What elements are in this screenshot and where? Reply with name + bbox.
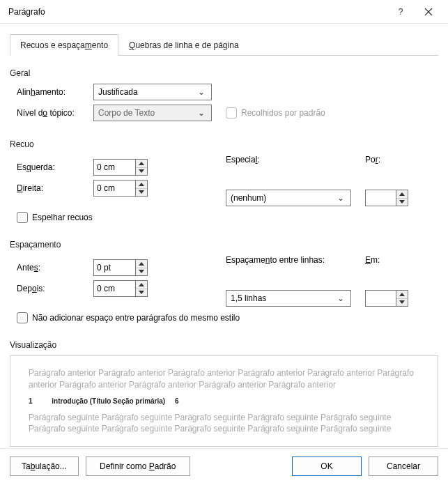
indent-by-spinner[interactable] — [365, 190, 438, 206]
spinner-up-icon[interactable] — [136, 281, 147, 289]
outline-level-value: Corpo de Texto — [98, 108, 155, 118]
indent-right-input[interactable] — [93, 180, 135, 197]
spinner-up-icon[interactable] — [136, 181, 147, 189]
outline-level-select[interactable]: Corpo de Texto ⌄ — [93, 105, 212, 121]
chevron-down-icon: ⌄ — [335, 293, 346, 303]
space-after-spinner[interactable] — [93, 280, 148, 297]
tab-indent-spacing-label: Recuos e espaçamento — [20, 40, 108, 50]
outline-level-label: Nível do tópico: — [17, 108, 93, 118]
spinner-down-icon[interactable] — [136, 168, 147, 176]
alignment-label: Alinhamento: — [17, 87, 93, 97]
spinner-up-icon[interactable] — [136, 260, 147, 268]
close-button[interactable] — [415, 0, 442, 24]
cancel-button-label: Cancelar — [387, 461, 420, 471]
group-indent-label: Recuo — [10, 139, 438, 149]
mirror-indents-checkbox[interactable] — [17, 212, 28, 223]
indent-left-label: Esquerda: — [17, 162, 93, 172]
tabs-button-label: Tabulação... — [22, 461, 67, 471]
set-default-button[interactable]: Definir como Padrão — [86, 457, 190, 476]
indent-right-label: Direita: — [17, 183, 93, 193]
dialog-footer: Tabulação... Definir como Padrão OK Canc… — [0, 448, 448, 483]
ok-button-label: OK — [320, 461, 332, 471]
cancel-button[interactable]: Cancelar — [369, 457, 438, 476]
no-add-space-label: Não adicionar espaço entre parágrafos do… — [32, 313, 240, 323]
line-spacing-label: Espaçamento entre linhas: — [226, 255, 365, 265]
space-before-label: Antes: — [17, 263, 93, 273]
line-spacing-value: 1,5 linhas — [231, 293, 266, 303]
spacing-at-label: Em: — [365, 255, 438, 265]
indent-right-spinner[interactable] — [93, 180, 148, 197]
preview-sample-text: 1 introdução (Título Seção primária) 6 — [29, 397, 419, 406]
group-general-label: Geral — [10, 68, 438, 78]
spacing-at-input[interactable] — [365, 290, 396, 307]
mirror-indents-label: Espelhar recuos — [32, 213, 93, 222]
alignment-select[interactable]: Justificada ⌄ — [93, 84, 212, 100]
no-add-space-checkbox[interactable] — [17, 312, 28, 323]
space-before-spinner[interactable] — [93, 259, 148, 276]
chevron-down-icon: ⌄ — [196, 87, 207, 97]
collapsed-by-default-checkbox — [226, 107, 237, 118]
special-indent-label: Especial: — [226, 155, 365, 164]
ok-button[interactable]: OK — [292, 457, 362, 476]
indent-left-spinner[interactable] — [93, 159, 148, 176]
group-spacing-label: Espaçamento — [10, 240, 438, 250]
indent-left-input[interactable] — [93, 159, 135, 176]
tabs-button[interactable]: Tabulação... — [10, 457, 79, 476]
spinner-down-icon[interactable] — [396, 299, 408, 307]
set-default-button-label: Definir como Padrão — [100, 461, 176, 471]
collapsed-by-default-label: Recolhidos por padrão — [241, 108, 325, 118]
space-after-label: Depois: — [17, 284, 93, 293]
space-before-input[interactable] — [93, 259, 135, 276]
preview-next-text: Parágrafo seguinte Parágrafo seguinte Pa… — [29, 412, 419, 436]
spinner-up-icon[interactable] — [396, 291, 408, 299]
indent-by-input[interactable] — [365, 190, 396, 206]
chevron-down-icon: ⌄ — [196, 108, 207, 118]
titlebar: Parágrafo ? — [0, 0, 448, 24]
tab-line-page-breaks-label: Quebras de linha e de página — [129, 40, 238, 50]
spacing-at-spinner[interactable] — [365, 290, 438, 307]
tab-line-page-breaks[interactable]: Quebras de linha e de página — [118, 34, 249, 56]
tab-strip: Recuos e espaçamento Quebras de linha e … — [10, 33, 438, 56]
space-after-input[interactable] — [93, 280, 135, 297]
spinner-down-icon[interactable] — [136, 268, 147, 276]
spinner-up-icon[interactable] — [136, 160, 147, 168]
indent-by-label: Por: — [365, 155, 438, 164]
preview-box: Parágrafo anterior Parágrafo anterior Pa… — [10, 355, 438, 447]
alignment-value: Justificada — [98, 87, 138, 97]
help-button[interactable]: ? — [387, 0, 415, 24]
line-spacing-select[interactable]: 1,5 linhas ⌄ — [226, 290, 351, 307]
group-preview-label: Visualização — [10, 340, 438, 350]
spinner-down-icon[interactable] — [136, 189, 147, 197]
special-indent-select[interactable]: (nenhum) ⌄ — [226, 190, 351, 206]
special-indent-value: (nenhum) — [231, 193, 266, 203]
spinner-down-icon[interactable] — [136, 289, 147, 297]
tab-indent-spacing[interactable]: Recuos e espaçamento — [10, 34, 118, 56]
chevron-down-icon: ⌄ — [335, 193, 346, 203]
spinner-down-icon[interactable] — [396, 199, 408, 206]
spinner-up-icon[interactable] — [396, 190, 408, 199]
dialog-title: Parágrafo — [8, 7, 387, 17]
preview-prev-text: Parágrafo anterior Parágrafo anterior Pa… — [29, 367, 419, 391]
